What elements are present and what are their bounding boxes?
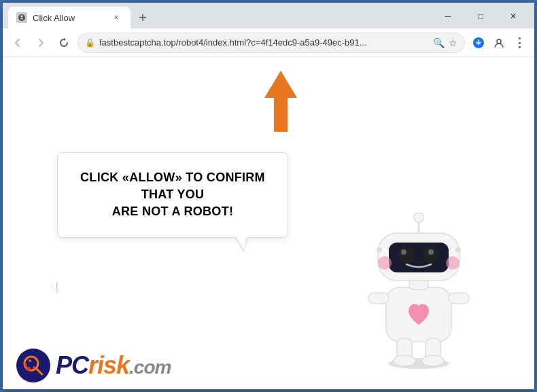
browser-window: Click Allow × + ─ □ ✕ 🔒 fastbestcaptcha.…: [3, 3, 534, 389]
speech-bubble: CLICK «ALLOW» TO CONFIRM THAT YOU ARE NO…: [57, 152, 288, 238]
svg-point-25: [377, 247, 382, 253]
svg-point-12: [394, 355, 415, 366]
svg-point-17: [398, 247, 415, 263]
pcrisk-logo: [16, 349, 50, 382]
arrow-container: [255, 71, 309, 135]
svg-point-24: [414, 213, 423, 222]
svg-rect-8: [368, 293, 389, 304]
svg-point-32: [27, 367, 31, 371]
browser-toolbar: 🔒 fastbestcaptcha.top/robot4/index.html?…: [3, 29, 534, 57]
pcrisk-text: PCrisk.com: [56, 351, 171, 380]
svg-point-19: [401, 249, 406, 255]
new-tab-button[interactable]: +: [133, 8, 152, 27]
bubble-text: CLICK «ALLOW» TO CONFIRM THAT YOU ARE NO…: [78, 169, 267, 221]
svg-point-26: [455, 247, 461, 253]
svg-point-13: [422, 355, 444, 366]
svg-rect-16: [389, 243, 449, 272]
tab-close-button[interactable]: ×: [110, 12, 122, 24]
svg-point-21: [378, 256, 392, 270]
address-bar[interactable]: 🔒 fastbestcaptcha.top/robot4/index.html?…: [77, 33, 465, 53]
window-controls: ─ □ ✕: [432, 7, 529, 29]
active-tab[interactable]: Click Allow ×: [8, 7, 131, 29]
bookmark-icon[interactable]: ☆: [449, 37, 457, 48]
forward-button[interactable]: [31, 33, 50, 52]
mouse-cursor: [50, 281, 56, 293]
profile-icon[interactable]: [489, 33, 508, 52]
svg-point-30: [29, 359, 31, 362]
tab-favicon: [16, 12, 27, 23]
robot-illustration: [358, 213, 480, 362]
svg-point-34: [24, 363, 27, 366]
svg-rect-9: [449, 293, 469, 304]
close-button[interactable]: ✕: [498, 7, 529, 26]
search-icon: 🔍: [433, 37, 445, 48]
svg-point-33: [33, 366, 35, 369]
svg-point-20: [428, 249, 434, 255]
minimize-button[interactable]: ─: [432, 7, 464, 26]
toolbar-actions: ⋮: [469, 33, 529, 52]
tab-title: Click Allow: [33, 13, 75, 23]
svg-point-22: [446, 256, 460, 270]
menu-icon[interactable]: ⋮: [510, 33, 529, 52]
svg-point-1: [21, 16, 23, 18]
url-text: fastbestcaptcha.top/robot4/index.html?c=…: [99, 37, 429, 48]
lock-icon: 🔒: [85, 38, 95, 48]
orange-arrow: [255, 71, 309, 132]
download-icon[interactable]: [469, 33, 488, 52]
back-button[interactable]: [8, 33, 27, 52]
page-content: CLICK «ALLOW» TO CONFIRM THAT YOU ARE NO…: [3, 57, 534, 389]
reload-button[interactable]: [54, 33, 73, 52]
maximize-button[interactable]: □: [465, 7, 496, 26]
svg-point-3: [497, 39, 501, 43]
pcrisk-watermark: PCrisk.com: [16, 349, 171, 382]
tab-bar: Click Allow × + ─ □ ✕: [3, 3, 534, 29]
svg-marker-5: [264, 71, 297, 132]
